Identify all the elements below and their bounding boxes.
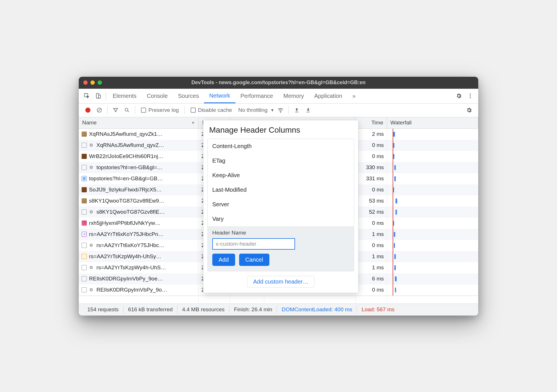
waterfall-axis <box>393 229 393 240</box>
header-list-item[interactable]: Server <box>208 197 354 212</box>
header-name-label: Header Name <box>212 230 349 236</box>
status-resources: 4.4 MB resources <box>177 306 229 313</box>
request-waterfall <box>387 173 478 184</box>
svg-point-3 <box>470 94 471 95</box>
status-bar: 154 requests 616 kB transferred 4.4 MB r… <box>79 304 478 316</box>
waterfall-bar <box>395 199 397 203</box>
header-list-item[interactable]: Keep-Alive <box>208 168 354 183</box>
preserve-log-checkbox[interactable]: Preserve log <box>141 107 179 113</box>
disable-cache-checkbox[interactable]: Disable cache <box>191 107 232 113</box>
request-name: topstories?hl=en-GB&gl=GB… <box>89 175 163 182</box>
header-name-input[interactable] <box>212 238 295 250</box>
waterfall-bar <box>393 132 395 137</box>
request-name: rs=AA2YrTsKzpWy4h-UhS… <box>96 264 166 271</box>
file-icon <box>82 176 87 181</box>
kebab-icon[interactable] <box>465 93 476 99</box>
file-icon <box>82 287 87 292</box>
header-list-item[interactable]: ETag <box>208 153 354 168</box>
request-waterfall <box>387 162 478 173</box>
file-icon <box>82 221 87 226</box>
add-custom-header-button[interactable]: Add custom header… <box>247 276 314 288</box>
tab-application[interactable]: Application <box>309 89 347 103</box>
header-list-item[interactable]: Vary <box>208 212 354 226</box>
waterfall-axis <box>393 262 393 273</box>
maximize-icon[interactable] <box>98 80 102 85</box>
throttling-select[interactable]: No throttling ▼ <box>238 107 274 113</box>
request-time: 0 ms <box>356 184 387 195</box>
request-waterfall <box>387 207 478 218</box>
request-waterfall <box>387 140 478 151</box>
request-waterfall <box>387 240 478 251</box>
waterfall-bar <box>395 276 397 281</box>
record-button[interactable] <box>83 108 93 113</box>
waterfall-axis <box>393 251 393 262</box>
request-name: rxh5jjHyxmiPPtibflJvNkYyw… <box>89 220 160 226</box>
tab-memory[interactable]: Memory <box>278 89 309 103</box>
search-icon[interactable] <box>122 107 132 113</box>
request-waterfall <box>387 151 478 162</box>
request-waterfall <box>387 284 478 296</box>
svg-point-4 <box>470 95 471 96</box>
file-icon <box>82 165 87 170</box>
column-time[interactable]: Time <box>356 117 387 128</box>
network-settings-icon[interactable] <box>464 107 474 113</box>
checkbox-icon[interactable] <box>191 108 196 113</box>
status-load: Load: 567 ms <box>357 306 399 313</box>
request-waterfall <box>387 273 478 284</box>
waterfall-axis <box>393 195 393 207</box>
panel-tabs: Elements Console Sources Network Perform… <box>79 89 478 104</box>
status-transferred: 616 kB transferred <box>124 306 177 313</box>
add-button[interactable]: Add <box>212 254 235 266</box>
column-name-label: Name <box>82 120 97 126</box>
request-time: 0 ms <box>356 240 387 251</box>
upload-har-icon[interactable] <box>292 107 302 113</box>
device-toggle-icon[interactable] <box>92 93 104 99</box>
waterfall-bar <box>393 187 394 192</box>
file-icon <box>89 209 94 215</box>
network-conditions-icon[interactable] <box>275 107 286 113</box>
request-waterfall <box>387 195 478 207</box>
request-time: 1 ms <box>356 229 387 240</box>
grid-footer-blank <box>79 296 478 304</box>
svg-rect-11 <box>295 112 298 112</box>
column-waterfall[interactable]: Waterfall <box>387 117 478 128</box>
divider <box>135 106 135 114</box>
close-icon[interactable] <box>83 80 88 85</box>
download-har-icon[interactable] <box>303 107 313 113</box>
chevron-down-icon: ▼ <box>270 108 274 112</box>
tab-network[interactable]: Network <box>204 89 235 103</box>
sort-icon: ▼ <box>191 121 195 125</box>
request-time: 2 ms <box>356 129 387 140</box>
inspect-icon[interactable] <box>81 93 92 99</box>
file-icon <box>82 198 87 203</box>
tab-elements[interactable]: Elements <box>108 89 142 103</box>
cancel-button[interactable]: Cancel <box>239 254 269 266</box>
column-name[interactable]: Name ▼ <box>79 117 199 128</box>
filter-icon[interactable] <box>110 107 121 113</box>
request-time: 52 ms <box>356 207 387 218</box>
waterfall-bar <box>394 232 395 237</box>
status-finish: Finish: 26.4 min <box>229 306 277 313</box>
request-waterfall <box>387 129 478 140</box>
svg-point-5 <box>470 97 471 98</box>
clear-icon[interactable] <box>94 107 104 113</box>
minimize-icon[interactable] <box>90 80 95 85</box>
tab-sources[interactable]: Sources <box>173 89 204 103</box>
header-list-item[interactable]: Last-Modified <box>208 183 354 197</box>
add-header-form: Header Name Add Cancel <box>208 226 354 271</box>
waterfall-axis <box>393 240 393 251</box>
request-time: 0 ms <box>356 151 387 162</box>
settings-icon[interactable] <box>453 93 465 99</box>
tab-console[interactable]: Console <box>142 89 173 103</box>
file-icon <box>89 287 94 292</box>
request-name: REIlsK0DRGpyImVbPy_9oe… <box>89 276 163 282</box>
tab-performance[interactable]: Performance <box>235 89 278 103</box>
header-list-item[interactable]: Content-Length <box>208 139 354 153</box>
tab-more[interactable]: » <box>347 89 361 103</box>
request-time: 53 ms <box>356 195 387 207</box>
checkbox-icon[interactable] <box>141 108 146 113</box>
request-waterfall <box>387 218 478 229</box>
request-time: 331 ms <box>356 173 387 184</box>
svg-rect-2 <box>98 95 100 98</box>
request-name: XqRNAsJ5AwfIumd_qyvZk1… <box>89 131 162 137</box>
